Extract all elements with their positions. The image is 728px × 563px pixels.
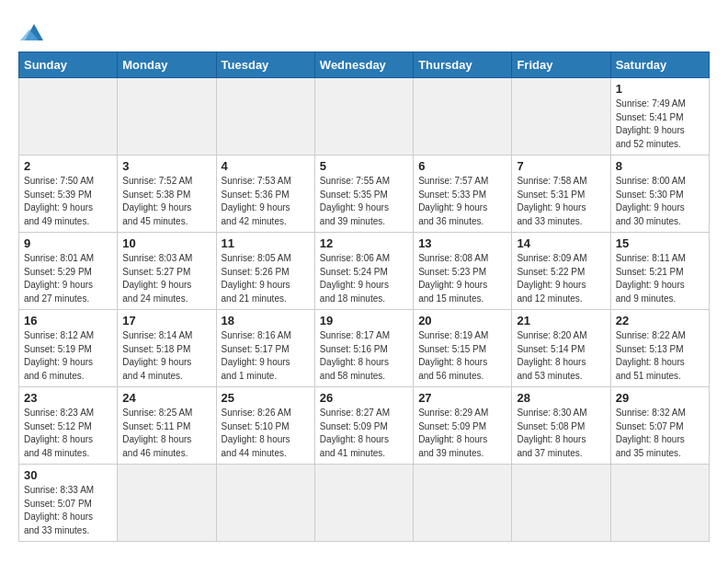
day-info: Sunrise: 8:12 AMSunset: 5:19 PMDaylight:… (24, 329, 112, 383)
day-info: Sunrise: 7:52 AMSunset: 5:38 PMDaylight:… (122, 175, 210, 228)
calendar-cell: 14Sunrise: 8:09 AMSunset: 5:22 PMDayligh… (512, 233, 610, 310)
day-number: 13 (418, 236, 506, 250)
calendar-cell: 23Sunrise: 8:23 AMSunset: 5:12 PMDayligh… (19, 387, 118, 465)
week-row-4: 16Sunrise: 8:12 AMSunset: 5:19 PMDayligh… (19, 310, 710, 387)
calendar-cell: 27Sunrise: 8:29 AMSunset: 5:09 PMDayligh… (414, 387, 512, 465)
calendar-cell (314, 465, 413, 542)
calendar-cell (610, 465, 709, 542)
day-info: Sunrise: 8:32 AMSunset: 5:07 PMDaylight:… (616, 407, 704, 460)
calendar-cell: 29Sunrise: 8:32 AMSunset: 5:07 PMDayligh… (610, 387, 709, 465)
day-number: 8 (616, 159, 704, 173)
calendar-cell: 3Sunrise: 7:52 AMSunset: 5:38 PMDaylight… (118, 155, 216, 233)
calendar-cell: 25Sunrise: 8:26 AMSunset: 5:10 PMDayligh… (216, 387, 314, 465)
calendar-cell: 6Sunrise: 7:57 AMSunset: 5:33 PMDaylight… (414, 155, 512, 233)
day-info: Sunrise: 8:09 AMSunset: 5:22 PMDaylight:… (517, 252, 605, 305)
day-number: 15 (616, 236, 704, 250)
calendar-cell (314, 78, 413, 155)
calendar-cell: 26Sunrise: 8:27 AMSunset: 5:09 PMDayligh… (314, 387, 413, 465)
day-number: 9 (24, 236, 112, 250)
column-header-saturday: Saturday (610, 52, 709, 78)
calendar-cell (216, 78, 314, 155)
calendar-cell: 16Sunrise: 8:12 AMSunset: 5:19 PMDayligh… (19, 310, 118, 387)
calendar-cell: 20Sunrise: 8:19 AMSunset: 5:15 PMDayligh… (414, 310, 512, 387)
day-number: 10 (122, 236, 210, 250)
day-info: Sunrise: 8:03 AMSunset: 5:27 PMDaylight:… (122, 252, 210, 305)
calendar-cell: 17Sunrise: 8:14 AMSunset: 5:18 PMDayligh… (118, 310, 216, 387)
week-row-1: 1Sunrise: 7:49 AMSunset: 5:41 PMDaylight… (19, 78, 710, 155)
day-number: 12 (320, 236, 408, 250)
day-number: 21 (517, 314, 605, 327)
day-number: 19 (320, 314, 408, 327)
calendar-cell (19, 78, 118, 155)
day-number: 24 (122, 391, 210, 405)
day-number: 18 (222, 314, 310, 327)
day-info: Sunrise: 8:14 AMSunset: 5:18 PMDaylight:… (122, 329, 210, 383)
day-number: 7 (517, 159, 605, 173)
day-info: Sunrise: 8:26 AMSunset: 5:10 PMDaylight:… (222, 407, 310, 460)
calendar-cell (118, 465, 216, 542)
day-number: 25 (222, 391, 310, 405)
column-header-tuesday: Tuesday (216, 52, 314, 78)
day-info: Sunrise: 7:57 AMSunset: 5:33 PMDaylight:… (418, 175, 506, 228)
day-info: Sunrise: 8:00 AMSunset: 5:30 PMDaylight:… (616, 175, 704, 228)
calendar-cell: 1Sunrise: 7:49 AMSunset: 5:41 PMDaylight… (610, 78, 709, 155)
day-number: 22 (616, 314, 704, 327)
calendar-cell: 24Sunrise: 8:25 AMSunset: 5:11 PMDayligh… (118, 387, 216, 465)
day-info: Sunrise: 8:20 AMSunset: 5:14 PMDaylight:… (517, 329, 605, 383)
calendar-cell (414, 465, 512, 542)
calendar-cell: 2Sunrise: 7:50 AMSunset: 5:39 PMDaylight… (19, 155, 118, 233)
day-number: 17 (122, 314, 210, 327)
day-info: Sunrise: 7:55 AMSunset: 5:35 PMDaylight:… (320, 175, 408, 228)
day-number: 30 (24, 468, 112, 482)
week-row-3: 9Sunrise: 8:01 AMSunset: 5:29 PMDaylight… (19, 233, 710, 310)
day-info: Sunrise: 7:53 AMSunset: 5:36 PMDaylight:… (222, 175, 310, 228)
calendar-table: SundayMondayTuesdayWednesdayThursdayFrid… (18, 52, 710, 542)
day-number: 2 (24, 159, 112, 173)
calendar-cell: 4Sunrise: 7:53 AMSunset: 5:36 PMDaylight… (216, 155, 314, 233)
day-number: 3 (122, 159, 210, 173)
calendar-cell: 10Sunrise: 8:03 AMSunset: 5:27 PMDayligh… (118, 233, 216, 310)
day-number: 11 (222, 236, 310, 250)
calendar-cell (414, 78, 512, 155)
day-info: Sunrise: 8:22 AMSunset: 5:13 PMDaylight:… (616, 329, 704, 383)
week-row-2: 2Sunrise: 7:50 AMSunset: 5:39 PMDaylight… (19, 155, 710, 233)
day-info: Sunrise: 8:25 AMSunset: 5:11 PMDaylight:… (122, 407, 210, 460)
calendar-cell (512, 465, 610, 542)
column-header-wednesday: Wednesday (314, 52, 413, 78)
column-header-monday: Monday (118, 52, 216, 78)
day-info: Sunrise: 8:19 AMSunset: 5:15 PMDaylight:… (418, 329, 506, 383)
logo (18, 18, 48, 42)
day-number: 1 (616, 82, 704, 96)
day-number: 16 (24, 314, 112, 327)
day-number: 14 (517, 236, 605, 250)
calendar-header-row: SundayMondayTuesdayWednesdayThursdayFrid… (19, 52, 710, 78)
calendar-cell: 21Sunrise: 8:20 AMSunset: 5:14 PMDayligh… (512, 310, 610, 387)
column-header-thursday: Thursday (414, 52, 512, 78)
day-number: 23 (24, 391, 112, 405)
calendar-cell: 19Sunrise: 8:17 AMSunset: 5:16 PMDayligh… (314, 310, 413, 387)
day-info: Sunrise: 8:17 AMSunset: 5:16 PMDaylight:… (320, 329, 408, 383)
calendar-cell: 28Sunrise: 8:30 AMSunset: 5:08 PMDayligh… (512, 387, 610, 465)
calendar-cell (216, 465, 314, 542)
day-info: Sunrise: 8:30 AMSunset: 5:08 PMDaylight:… (517, 407, 605, 460)
page-header (18, 18, 710, 42)
day-number: 29 (616, 391, 704, 405)
day-info: Sunrise: 7:49 AMSunset: 5:41 PMDaylight:… (616, 98, 704, 151)
day-info: Sunrise: 8:16 AMSunset: 5:17 PMDaylight:… (222, 329, 310, 383)
week-row-5: 23Sunrise: 8:23 AMSunset: 5:12 PMDayligh… (19, 387, 710, 465)
day-info: Sunrise: 8:05 AMSunset: 5:26 PMDaylight:… (222, 252, 310, 305)
calendar-cell: 30Sunrise: 8:33 AMSunset: 5:07 PMDayligh… (19, 465, 118, 542)
week-row-6: 30Sunrise: 8:33 AMSunset: 5:07 PMDayligh… (19, 465, 710, 542)
day-number: 28 (517, 391, 605, 405)
calendar-cell: 15Sunrise: 8:11 AMSunset: 5:21 PMDayligh… (610, 233, 709, 310)
day-info: Sunrise: 8:11 AMSunset: 5:21 PMDaylight:… (616, 252, 704, 305)
calendar-cell: 13Sunrise: 8:08 AMSunset: 5:23 PMDayligh… (414, 233, 512, 310)
day-info: Sunrise: 8:08 AMSunset: 5:23 PMDaylight:… (418, 252, 506, 305)
calendar-cell (118, 78, 216, 155)
day-info: Sunrise: 8:01 AMSunset: 5:29 PMDaylight:… (24, 252, 112, 305)
day-info: Sunrise: 8:27 AMSunset: 5:09 PMDaylight:… (320, 407, 408, 460)
day-info: Sunrise: 7:58 AMSunset: 5:31 PMDaylight:… (517, 175, 605, 228)
day-number: 20 (418, 314, 506, 327)
day-number: 6 (418, 159, 506, 173)
column-header-sunday: Sunday (19, 52, 118, 78)
